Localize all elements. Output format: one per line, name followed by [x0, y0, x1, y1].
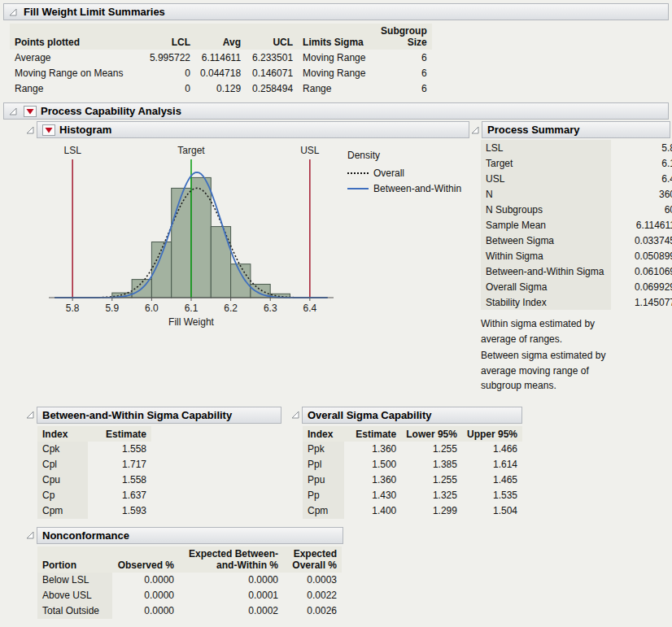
cell: 6.233501: [246, 50, 298, 65]
cell: 1.614: [462, 457, 522, 472]
nonconformance-section: Nonconformance Portion Observed % Expect…: [26, 527, 343, 619]
cell: 1.465: [462, 472, 522, 488]
cell: 6.4: [611, 171, 672, 186]
cell: N: [481, 186, 611, 202]
cell: 1.558: [88, 472, 151, 488]
column-header: Upper 95%: [462, 426, 522, 442]
overall-capability-header-bar[interactable]: Overall Sigma Capability: [302, 407, 522, 424]
x-tick-label: 6.1: [185, 303, 199, 314]
cell: Cp: [37, 488, 88, 503]
column-header: UCL: [246, 24, 298, 50]
cell: 1.500: [344, 457, 402, 472]
section-title: Process Summary: [487, 124, 579, 136]
cell: Above USL: [37, 588, 112, 603]
cell: Cpm: [303, 503, 344, 519]
cell: 1.360: [344, 472, 402, 488]
header-row: Index Estimate: [37, 426, 151, 442]
column-header: Avg: [195, 24, 246, 50]
table-row: Moving Range on Means 0 0.044718 0.14607…: [10, 65, 432, 81]
cell: Cpl: [37, 457, 88, 472]
cell: 60: [611, 202, 672, 217]
cell: 0.0000: [179, 573, 283, 588]
page-title: Fill Weight Limit Summaries: [24, 6, 165, 18]
column-header: Index: [303, 426, 344, 442]
limit-summaries-header-bar[interactable]: Fill Weight Limit Summaries: [3, 3, 669, 20]
table-row: Pp1.4301.3251.535: [303, 488, 522, 503]
section-title: Nonconformance: [42, 529, 129, 542]
table-row: Ppk1.3601.2551.466: [303, 442, 522, 457]
overall-capability-table: Index Estimate Lower 95% Upper 95% Ppk1.…: [303, 426, 522, 519]
cell: Between-and-Within Sigma: [481, 263, 611, 279]
table-row: Average 5.995722 6.114611 6.233501 Movin…: [10, 50, 432, 65]
histogram-header-bar[interactable]: Histogram: [37, 121, 469, 138]
cell: 1.535: [462, 488, 522, 503]
disclosure-icon[interactable]: [26, 411, 34, 419]
table-row: Between-and-Within Sigma0.061069: [481, 263, 672, 279]
cell: Moving Range: [298, 65, 376, 81]
histogram-bar: [211, 227, 230, 298]
cell: 0.033745: [611, 233, 672, 248]
cell: 1.593: [88, 503, 151, 519]
cell: N Subgroups: [481, 202, 611, 217]
cell: 6: [376, 81, 432, 96]
table-row: Stability Index1.145077: [481, 294, 672, 310]
bw-capability-header-bar[interactable]: Between-and-Within Sigma Capability: [37, 407, 281, 424]
table-row: Target6.1: [481, 155, 672, 171]
section-title: Histogram: [59, 124, 111, 136]
red-triangle-menu-button[interactable]: [24, 106, 37, 117]
cell: 0: [138, 65, 195, 81]
table-row: Cpu1.558: [37, 472, 151, 488]
cell: 0.069929: [611, 279, 672, 294]
disclosure-icon[interactable]: [26, 126, 34, 134]
section-title: Between-and-Within Sigma Capability: [42, 409, 232, 421]
cell: Pp: [303, 488, 344, 503]
column-header: Expected Between-and-Within %: [179, 546, 283, 573]
column-header: Expected Overall %: [283, 546, 342, 573]
table-row: Overall Sigma0.069929: [481, 279, 672, 294]
cell: 6.114611: [195, 50, 246, 65]
table-row: LSL5.8: [481, 140, 672, 155]
cell: 1.325: [401, 488, 462, 503]
pca-header-bar[interactable]: Process Capability Analysis: [3, 102, 669, 120]
process-summary-section: Process Summary LSL5.8 Target6.1 USL6.4 …: [471, 121, 670, 395]
table-row: Ppl1.5001.3851.614: [303, 457, 522, 472]
cell: 6.114611: [611, 217, 672, 233]
cell: Cpu: [37, 472, 88, 488]
column-header: Observed %: [112, 546, 179, 573]
cell: 0.044718: [195, 65, 246, 81]
cell: LSL: [481, 140, 611, 155]
cell: 0.0000: [112, 603, 179, 619]
cell: 1.637: [88, 488, 151, 503]
cell: Within Sigma: [481, 248, 611, 263]
cell: 6: [376, 50, 432, 65]
cell: Below LSL: [37, 573, 112, 588]
note-text: Between sigma estimated by average movin…: [481, 348, 623, 394]
disclosure-icon[interactable]: [9, 107, 17, 115]
cell: 0.0001: [179, 588, 283, 603]
cell: Ppk: [303, 442, 344, 457]
cell: 0.146071: [246, 65, 298, 81]
cell: Cpk: [37, 442, 88, 457]
bw-capability-section: Between-and-Within Sigma Capability Inde…: [26, 407, 281, 519]
legend-item-between-and-within: Between-and-Within: [347, 183, 469, 194]
disclosure-icon[interactable]: [26, 531, 34, 539]
solid-line-swatch-icon: [347, 188, 369, 189]
cell: Moving Range: [298, 50, 376, 65]
bw-capability-table: Index Estimate Cpk1.558 Cpl1.717 Cpu1.55…: [37, 426, 151, 519]
legend-item-overall: Overall: [347, 168, 469, 179]
x-tick-label: 6.0: [145, 303, 159, 314]
cell: 1.255: [401, 472, 462, 488]
histogram-bar: [231, 264, 251, 298]
disclosure-icon[interactable]: [291, 411, 299, 419]
nonconformance-table: Portion Observed % Expected Between-and-…: [37, 546, 342, 619]
disclosure-icon[interactable]: [9, 8, 17, 16]
table-row: Between Sigma0.033745: [481, 233, 672, 248]
cell: 1.717: [88, 457, 151, 472]
table-row: Ppu1.3601.2551.465: [303, 472, 522, 488]
nonconformance-header-bar[interactable]: Nonconformance: [37, 527, 343, 544]
red-triangle-menu-button[interactable]: [42, 124, 55, 136]
cell: 1.385: [401, 457, 462, 472]
disclosure-icon[interactable]: [471, 126, 479, 134]
process-summary-header-bar[interactable]: Process Summary: [482, 121, 670, 138]
table-row: Below LSL0.00000.00000.0003: [37, 573, 342, 588]
